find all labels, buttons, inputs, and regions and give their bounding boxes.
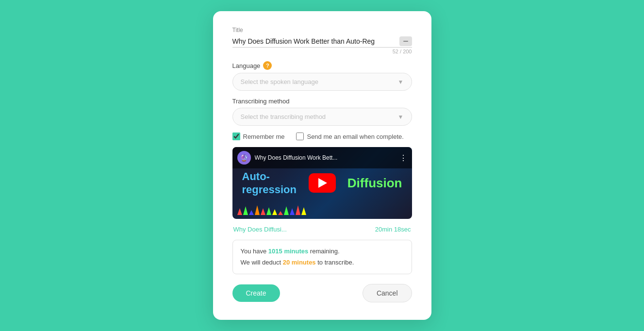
channel-avatar: 🔮 <box>237 151 251 165</box>
transcribing-label: Transcribing method <box>232 98 290 105</box>
language-label-row: Language ? <box>232 61 412 70</box>
help-icon-text: ? <box>266 63 269 68</box>
transcribing-section: Transcribing method Select the transcrib… <box>232 98 412 126</box>
title-input-row <box>232 35 412 48</box>
email-notify-checkbox-item[interactable]: Send me an email when complete. <box>296 132 403 140</box>
video-duration: 20min 18sec <box>375 226 411 233</box>
remember-me-label: Remember me <box>243 133 285 140</box>
video-overlay-right: Diffusion <box>347 176 402 191</box>
video-link[interactable]: Why Does Diffusi... <box>233 226 287 233</box>
info-box: You have 1015 minutes remaining. We will… <box>232 240 412 274</box>
buttons-row: Create Cancel <box>232 284 412 302</box>
create-transcription-modal: Title 52 / 200 Language ? Select the spo… <box>213 11 431 319</box>
title-label: Title <box>232 27 412 33</box>
title-clear-button[interactable] <box>399 36 412 46</box>
info-remaining-prefix: You have <box>241 248 268 255</box>
video-title-small: Why Does Diffusion Work Bett... <box>255 154 338 161</box>
video-menu-dots[interactable]: ⋮ <box>399 153 407 163</box>
remember-me-checkbox-item[interactable]: Remember me <box>232 132 285 140</box>
svg-rect-0 <box>403 41 408 42</box>
char-count: 52 / 200 <box>232 49 412 54</box>
transcribing-dropdown[interactable]: Select the transcribing method ▼ <box>232 108 412 126</box>
triangles-decoration <box>232 205 412 215</box>
language-dropdown-arrow: ▼ <box>398 79 404 85</box>
video-meta: Why Does Diffusi... 20min 18sec <box>232 224 412 235</box>
video-header-left: 🔮 Why Does Diffusion Work Bett... <box>237 151 338 165</box>
language-label: Language <box>232 62 261 69</box>
transcribing-dropdown-arrow: ▼ <box>398 114 404 120</box>
info-remaining-suffix: remaining. <box>308 248 339 255</box>
clear-icon <box>403 38 409 44</box>
cancel-button[interactable]: Cancel <box>363 284 412 302</box>
language-help-icon[interactable]: ? <box>263 61 272 70</box>
transcribing-placeholder: Select the transcribing method <box>241 113 326 120</box>
checkboxes-row: Remember me Send me an email when comple… <box>232 132 412 140</box>
info-deduct-prefix: We will deduct <box>241 259 283 266</box>
video-overlay-left: Auto-regression <box>242 170 297 196</box>
remember-me-checkbox[interactable] <box>232 132 240 140</box>
title-section: Title 52 / 200 <box>232 27 412 54</box>
video-container: 🔮 Why Does Diffusion Work Bett... ⋮ Auto… <box>232 147 412 219</box>
title-input[interactable] <box>232 35 399 47</box>
create-button[interactable]: Create <box>232 284 280 302</box>
language-placeholder: Select the spoken language <box>241 78 318 85</box>
video-header: 🔮 Why Does Diffusion Work Bett... ⋮ <box>232 147 412 168</box>
info-remaining-minutes: 1015 minutes <box>268 248 308 255</box>
email-notify-label: Send me an email when complete. <box>307 133 403 140</box>
video-thumbnail[interactable]: 🔮 Why Does Diffusion Work Bett... ⋮ Auto… <box>232 147 412 219</box>
transcribing-label-row: Transcribing method <box>232 98 412 105</box>
info-deduct-minutes: 20 minutes <box>283 259 316 266</box>
language-dropdown[interactable]: Select the spoken language ▼ <box>232 73 412 91</box>
play-button[interactable] <box>309 173 336 193</box>
info-deduct-suffix: to transcribe. <box>316 259 354 266</box>
email-notify-checkbox[interactable] <box>296 132 304 140</box>
language-section: Language ? Select the spoken language ▼ <box>232 61 412 91</box>
play-triangle-icon <box>318 178 327 188</box>
